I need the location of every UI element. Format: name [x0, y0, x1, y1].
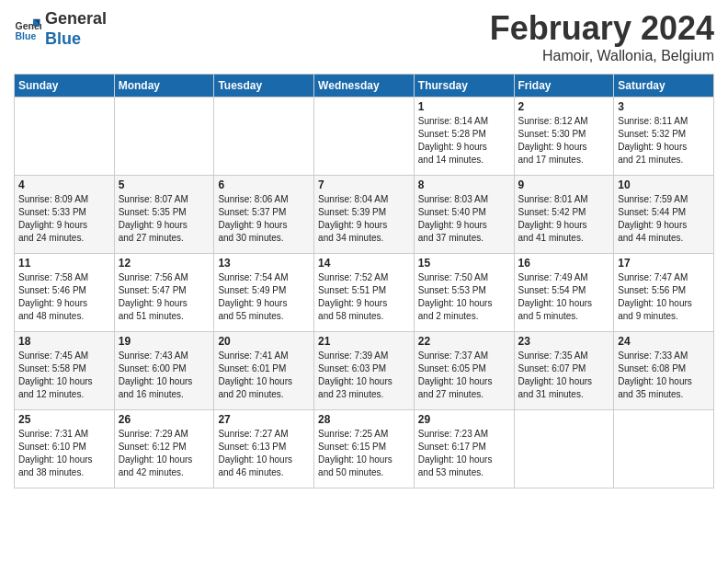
header-wednesday: Wednesday — [314, 75, 415, 98]
calendar-cell: 28Sunrise: 7:25 AMSunset: 6:15 PMDayligh… — [314, 410, 415, 488]
calendar-cell — [514, 410, 614, 488]
calendar-cell: 6Sunrise: 8:06 AMSunset: 5:37 PMDaylight… — [214, 176, 314, 254]
day-info: Sunrise: 7:37 AMSunset: 6:05 PMDaylight:… — [418, 350, 510, 401]
day-info: Sunrise: 8:09 AMSunset: 5:33 PMDaylight:… — [18, 193, 110, 245]
day-number: 7 — [318, 178, 410, 191]
day-number: 17 — [618, 257, 710, 270]
day-info: Sunrise: 8:07 AMSunset: 5:35 PMDaylight:… — [119, 193, 210, 245]
day-number: 16 — [518, 257, 610, 270]
calendar-cell: 8Sunrise: 8:03 AMSunset: 5:40 PMDaylight… — [414, 176, 514, 254]
calendar-cell: 11Sunrise: 7:58 AMSunset: 5:46 PMDayligh… — [15, 254, 115, 332]
day-number: 15 — [418, 257, 510, 270]
calendar-cell — [15, 98, 115, 176]
day-info: Sunrise: 8:06 AMSunset: 5:37 PMDaylight:… — [218, 193, 310, 245]
day-info: Sunrise: 7:31 AMSunset: 6:10 PMDaylight:… — [18, 428, 110, 479]
logo-blue: Blue — [45, 29, 107, 50]
day-info: Sunrise: 7:35 AMSunset: 6:07 PMDaylight:… — [518, 350, 610, 401]
day-info: Sunrise: 7:59 AMSunset: 5:44 PMDaylight:… — [618, 193, 710, 245]
day-number: 22 — [418, 335, 510, 348]
day-info: Sunrise: 7:52 AMSunset: 5:51 PMDaylight:… — [318, 271, 410, 323]
day-info: Sunrise: 7:23 AMSunset: 6:17 PMDaylight:… — [418, 428, 510, 479]
header-sunday: Sunday — [15, 75, 115, 98]
header-thursday: Thursday — [414, 75, 514, 98]
day-info: Sunrise: 8:11 AMSunset: 5:32 PMDaylight:… — [618, 115, 710, 167]
calendar-cell: 10Sunrise: 7:59 AMSunset: 5:44 PMDayligh… — [614, 176, 714, 254]
logo-general: General — [45, 9, 107, 29]
calendar-cell: 4Sunrise: 8:09 AMSunset: 5:33 PMDaylight… — [15, 176, 115, 254]
calendar-cell: 7Sunrise: 8:04 AMSunset: 5:39 PMDaylight… — [314, 176, 415, 254]
day-number: 14 — [318, 257, 410, 270]
calendar-cell: 27Sunrise: 7:27 AMSunset: 6:13 PMDayligh… — [214, 410, 314, 488]
calendar-cell: 19Sunrise: 7:43 AMSunset: 6:00 PMDayligh… — [114, 332, 214, 410]
day-number: 9 — [518, 178, 610, 191]
calendar-cell: 5Sunrise: 8:07 AMSunset: 5:35 PMDaylight… — [114, 176, 214, 254]
svg-text:Blue: Blue — [16, 29, 37, 40]
header-saturday: Saturday — [614, 75, 714, 98]
day-info: Sunrise: 7:49 AMSunset: 5:54 PMDaylight:… — [518, 271, 610, 323]
calendar-table: SundayMondayTuesdayWednesdayThursdayFrid… — [14, 74, 714, 488]
day-number: 8 — [418, 178, 510, 191]
day-number: 6 — [218, 178, 310, 191]
day-number: 5 — [119, 178, 210, 191]
calendar-cell: 22Sunrise: 7:37 AMSunset: 6:05 PMDayligh… — [414, 332, 514, 410]
day-info: Sunrise: 8:04 AMSunset: 5:39 PMDaylight:… — [318, 193, 410, 245]
calendar-cell: 13Sunrise: 7:54 AMSunset: 5:49 PMDayligh… — [214, 254, 314, 332]
week-row-1: 4Sunrise: 8:09 AMSunset: 5:33 PMDaylight… — [15, 176, 714, 254]
calendar-cell: 29Sunrise: 7:23 AMSunset: 6:17 PMDayligh… — [414, 410, 514, 488]
calendar-header-row: SundayMondayTuesdayWednesdayThursdayFrid… — [15, 75, 714, 98]
week-row-2: 11Sunrise: 7:58 AMSunset: 5:46 PMDayligh… — [15, 254, 714, 332]
week-row-3: 18Sunrise: 7:45 AMSunset: 5:58 PMDayligh… — [15, 332, 714, 410]
day-number: 21 — [318, 335, 410, 348]
day-number: 24 — [618, 335, 710, 348]
day-number: 19 — [119, 335, 210, 348]
day-number: 25 — [18, 413, 110, 426]
day-info: Sunrise: 7:50 AMSunset: 5:53 PMDaylight:… — [418, 271, 510, 323]
day-number: 11 — [18, 257, 110, 270]
calendar-cell: 20Sunrise: 7:41 AMSunset: 6:01 PMDayligh… — [214, 332, 314, 410]
day-number: 20 — [218, 335, 310, 348]
day-number: 12 — [119, 257, 210, 270]
calendar-cell: 1Sunrise: 8:14 AMSunset: 5:28 PMDaylight… — [414, 98, 514, 176]
calendar-cell: 14Sunrise: 7:52 AMSunset: 5:51 PMDayligh… — [314, 254, 415, 332]
day-number: 28 — [318, 413, 410, 426]
calendar-cell: 16Sunrise: 7:49 AMSunset: 5:54 PMDayligh… — [514, 254, 614, 332]
day-info: Sunrise: 7:27 AMSunset: 6:13 PMDaylight:… — [218, 428, 310, 479]
calendar-cell: 26Sunrise: 7:29 AMSunset: 6:12 PMDayligh… — [114, 410, 214, 488]
calendar-cell: 17Sunrise: 7:47 AMSunset: 5:56 PMDayligh… — [614, 254, 714, 332]
calendar-cell: 12Sunrise: 7:56 AMSunset: 5:47 PMDayligh… — [114, 254, 214, 332]
day-info: Sunrise: 7:29 AMSunset: 6:12 PMDaylight:… — [119, 428, 210, 479]
day-number: 10 — [618, 178, 710, 191]
day-number: 29 — [418, 413, 510, 426]
calendar-cell — [614, 410, 714, 488]
calendar-cell: 2Sunrise: 8:12 AMSunset: 5:30 PMDaylight… — [514, 98, 614, 176]
day-number: 3 — [618, 100, 710, 113]
day-info: Sunrise: 7:33 AMSunset: 6:08 PMDaylight:… — [618, 350, 710, 401]
day-number: 26 — [119, 413, 210, 426]
day-info: Sunrise: 7:43 AMSunset: 6:00 PMDaylight:… — [119, 350, 210, 401]
calendar-cell — [114, 98, 214, 176]
calendar-cell: 21Sunrise: 7:39 AMSunset: 6:03 PMDayligh… — [314, 332, 415, 410]
calendar-cell: 18Sunrise: 7:45 AMSunset: 5:58 PMDayligh… — [15, 332, 115, 410]
header-friday: Friday — [514, 75, 614, 98]
day-info: Sunrise: 7:45 AMSunset: 5:58 PMDaylight:… — [18, 350, 110, 401]
day-number: 18 — [18, 335, 110, 348]
calendar-cell: 24Sunrise: 7:33 AMSunset: 6:08 PMDayligh… — [614, 332, 714, 410]
day-number: 13 — [218, 257, 310, 270]
day-number: 2 — [518, 100, 610, 113]
calendar-cell: 15Sunrise: 7:50 AMSunset: 5:53 PMDayligh… — [414, 254, 514, 332]
day-number: 1 — [418, 100, 510, 113]
day-info: Sunrise: 8:03 AMSunset: 5:40 PMDaylight:… — [418, 193, 510, 245]
day-info: Sunrise: 7:47 AMSunset: 5:56 PMDaylight:… — [618, 271, 710, 323]
week-row-0: 1Sunrise: 8:14 AMSunset: 5:28 PMDaylight… — [15, 98, 714, 176]
day-info: Sunrise: 8:14 AMSunset: 5:28 PMDaylight:… — [418, 115, 510, 167]
logo: General Blue General Blue — [14, 9, 107, 49]
calendar-cell: 3Sunrise: 8:11 AMSunset: 5:32 PMDaylight… — [614, 98, 714, 176]
day-info: Sunrise: 7:58 AMSunset: 5:46 PMDaylight:… — [18, 271, 110, 323]
header-tuesday: Tuesday — [214, 75, 314, 98]
calendar-cell: 25Sunrise: 7:31 AMSunset: 6:10 PMDayligh… — [15, 410, 115, 488]
calendar-cell — [314, 98, 415, 176]
day-info: Sunrise: 7:25 AMSunset: 6:15 PMDaylight:… — [318, 428, 410, 479]
calendar-cell: 9Sunrise: 8:01 AMSunset: 5:42 PMDaylight… — [514, 176, 614, 254]
day-info: Sunrise: 7:54 AMSunset: 5:49 PMDaylight:… — [218, 271, 310, 323]
day-info: Sunrise: 7:41 AMSunset: 6:01 PMDaylight:… — [218, 350, 310, 401]
